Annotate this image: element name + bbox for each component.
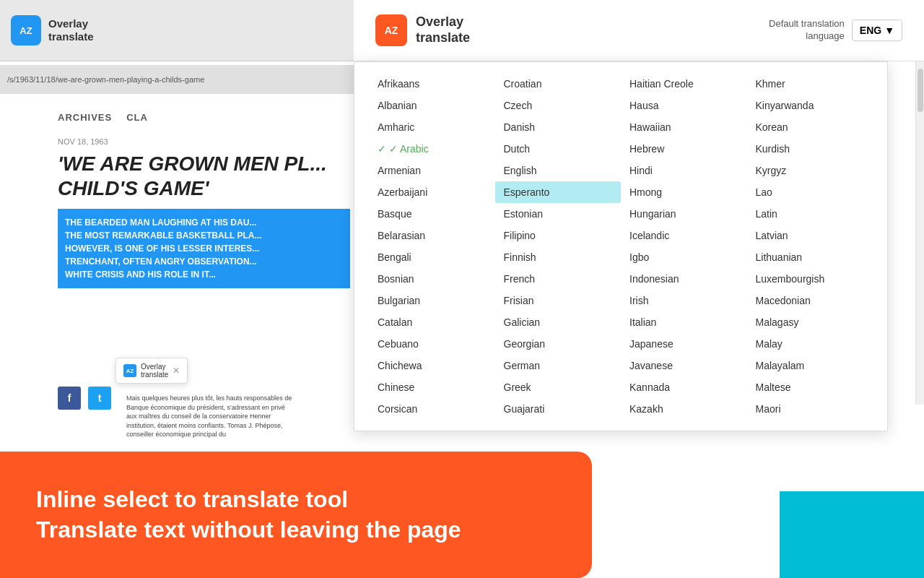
lang-item-basque[interactable]: Basque bbox=[369, 203, 495, 225]
scrollbar[interactable] bbox=[915, 61, 924, 405]
main-header: AZ Overlay translate Default translation… bbox=[354, 0, 924, 61]
lang-item-english[interactable]: English bbox=[495, 160, 622, 181]
small-logo: AZ bbox=[11, 15, 41, 46]
lang-item-french[interactable]: French bbox=[495, 268, 622, 290]
nav-archives[interactable]: ARCHIVES bbox=[58, 112, 112, 123]
lang-item-hindi[interactable]: Hindi bbox=[621, 160, 747, 181]
lang-item-maltese[interactable]: Maltese bbox=[747, 376, 873, 398]
lang-item-esperanto[interactable]: Esperanto bbox=[495, 181, 622, 203]
widget-logo: AZ bbox=[123, 364, 136, 377]
lang-item-amharic[interactable]: Amharic bbox=[369, 116, 495, 138]
widget-close-icon[interactable]: ✕ bbox=[173, 366, 180, 376]
lang-item-italian[interactable]: Italian bbox=[621, 311, 747, 333]
lang-item-estonian[interactable]: Estonian bbox=[495, 203, 622, 225]
lang-item-corsican[interactable]: Corsican bbox=[369, 398, 495, 420]
lang-item-albanian[interactable]: Albanian bbox=[369, 95, 495, 116]
lang-item-malay[interactable]: Malay bbox=[747, 333, 873, 355]
lang-item-catalan[interactable]: Catalan bbox=[369, 311, 495, 333]
small-logo-text: Overlay translate bbox=[48, 17, 94, 43]
lang-item-dutch[interactable]: Dutch bbox=[495, 138, 622, 160]
lang-item-filipino[interactable]: Filipino bbox=[495, 225, 622, 246]
language-dropdown[interactable]: ENG ▼ bbox=[852, 20, 902, 41]
lang-item-frisian[interactable]: Frisian bbox=[495, 290, 622, 311]
lang-item-latin[interactable]: Latin bbox=[747, 203, 873, 225]
lang-item-german[interactable]: German bbox=[495, 355, 622, 376]
scrollbar-thumb[interactable] bbox=[918, 69, 923, 112]
promo-banner: Inline select to translate tool Translat… bbox=[0, 452, 592, 578]
lang-item-korean[interactable]: Korean bbox=[747, 116, 873, 138]
lang-item-chichewa[interactable]: Chichewa bbox=[369, 355, 495, 376]
lang-item-kyrgyz[interactable]: Kyrgyz bbox=[747, 160, 873, 181]
dropdown-column-1: CroatianCzechDanishDutchEnglishEsperanto… bbox=[495, 73, 622, 420]
url-bar: /s/1963/11/18/we-are-grown-men-playing-a… bbox=[0, 65, 354, 94]
lang-item-georgian[interactable]: Georgian bbox=[495, 333, 622, 355]
nav-cla[interactable]: CLA bbox=[126, 112, 148, 123]
overlay-widget[interactable]: AZ Overlay translate ✕ bbox=[116, 358, 188, 384]
lang-item-hungarian[interactable]: Hungarian bbox=[621, 203, 747, 225]
lang-item-malagasy[interactable]: Malagasy bbox=[747, 311, 873, 333]
main-logo-icon: AZ bbox=[375, 14, 407, 46]
lang-item-cebuano[interactable]: Cebuano bbox=[369, 333, 495, 355]
default-lang-label: Default translation language bbox=[769, 18, 845, 43]
lang-item-greek[interactable]: Greek bbox=[495, 376, 622, 398]
dropdown-column-2: Haitian CreoleHausaHawaiianHebrewHindiHm… bbox=[621, 73, 747, 420]
lang-item-azerbaijani[interactable]: Azerbaijani bbox=[369, 181, 495, 203]
lang-item-croatian[interactable]: Croatian bbox=[495, 73, 622, 95]
lang-item-haitian_creole[interactable]: Haitian Creole bbox=[621, 73, 747, 95]
language-selector-area: Default translation language ENG ▼ bbox=[769, 18, 902, 43]
lang-item-armenian[interactable]: Armenian bbox=[369, 160, 495, 181]
twitter-icon[interactable]: t bbox=[88, 387, 111, 410]
lang-item-latvian[interactable]: Latvian bbox=[747, 225, 873, 246]
nav-links: ARCHIVES CLA bbox=[58, 112, 148, 123]
lang-item-macedonian[interactable]: Macedonian bbox=[747, 290, 873, 311]
lang-item-javanese[interactable]: Javanese bbox=[621, 355, 747, 376]
lang-item-guajarati[interactable]: Guajarati bbox=[495, 398, 622, 420]
lang-item-indonesian[interactable]: Indonesian bbox=[621, 268, 747, 290]
chevron-down-icon: ▼ bbox=[884, 25, 894, 36]
lang-item-afrikaans[interactable]: Afrikaans bbox=[369, 73, 495, 95]
lang-item-kinyarwanda[interactable]: Kinyarwanda bbox=[747, 95, 873, 116]
lang-item-hausa[interactable]: Hausa bbox=[621, 95, 747, 116]
article-date: NOV 18, 1963 bbox=[58, 137, 354, 146]
lang-item-hebrew[interactable]: Hebrew bbox=[621, 138, 747, 160]
article-body: THE BEARDED MAN LAUGHING AT HIS DAU... T… bbox=[58, 209, 350, 288]
lang-item-luxembourgish[interactable]: Luxembourgish bbox=[747, 268, 873, 290]
lang-item-maori[interactable]: Maori bbox=[747, 398, 873, 420]
lang-item-bulgarian[interactable]: Bulgarian bbox=[369, 290, 495, 311]
main-logo-text: Overlay translate bbox=[416, 14, 470, 46]
facebook-icon[interactable]: f bbox=[58, 387, 81, 410]
lang-item-hawaiian[interactable]: Hawaiian bbox=[621, 116, 747, 138]
lang-item-finnish[interactable]: Finnish bbox=[495, 246, 622, 268]
social-area: f t bbox=[58, 387, 111, 410]
dropdown-column-3: KhmerKinyarwandaKoreanKurdishKyrgyzLaoLa… bbox=[747, 73, 873, 420]
lang-item-lithuanian[interactable]: Lithuanian bbox=[747, 246, 873, 268]
lang-item-icelandic[interactable]: Icelandic bbox=[621, 225, 747, 246]
lang-item-japanese[interactable]: Japanese bbox=[621, 333, 747, 355]
lang-item-arabic[interactable]: ✓ Arabic bbox=[369, 138, 495, 160]
url-text: /s/1963/11/18/we-are-grown-men-playing-a… bbox=[7, 75, 204, 84]
lang-item-belarasian[interactable]: Belarasian bbox=[369, 225, 495, 246]
lang-item-czech[interactable]: Czech bbox=[495, 95, 622, 116]
lang-item-danish[interactable]: Danish bbox=[495, 116, 622, 138]
lang-item-igbo[interactable]: Igbo bbox=[621, 246, 747, 268]
lang-item-malayalam[interactable]: Malayalam bbox=[747, 355, 873, 376]
lang-item-irish[interactable]: Irish bbox=[621, 290, 747, 311]
lang-item-kazakh[interactable]: Kazakh bbox=[621, 398, 747, 420]
lang-item-khmer[interactable]: Khmer bbox=[747, 73, 873, 95]
small-article-text: Mais quelques heures plus tôt, les hauts… bbox=[126, 394, 292, 439]
promo-text: Inline select to translate tool Translat… bbox=[36, 485, 461, 545]
lang-item-bosnian[interactable]: Bosnian bbox=[369, 268, 495, 290]
lang-item-kannada[interactable]: Kannada bbox=[621, 376, 747, 398]
lang-item-lao[interactable]: Lao bbox=[747, 181, 873, 203]
widget-label: Overlay translate bbox=[141, 363, 168, 379]
lang-item-galician[interactable]: Galician bbox=[495, 311, 622, 333]
language-dropdown-panel: AfrikaansAlbanianAmharic✓ ArabicArmenian… bbox=[354, 61, 888, 431]
lang-item-kurdish[interactable]: Kurdish bbox=[747, 138, 873, 160]
lang-item-hmong[interactable]: Hmong bbox=[621, 181, 747, 203]
lang-item-bengali[interactable]: Bengali bbox=[369, 246, 495, 268]
article-area: NOV 18, 1963 'WE ARE GROWN MEN PL...CHIL… bbox=[58, 137, 354, 288]
browser-header: AZ Overlay translate bbox=[0, 0, 354, 61]
dropdown-column-0: AfrikaansAlbanianAmharic✓ ArabicArmenian… bbox=[369, 73, 495, 420]
promo-heading: Inline select to translate tool Translat… bbox=[36, 485, 461, 545]
lang-item-chinese[interactable]: Chinese bbox=[369, 376, 495, 398]
